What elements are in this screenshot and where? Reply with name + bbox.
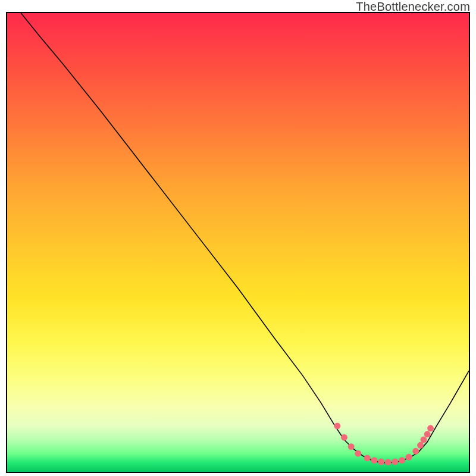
tolerance-marker-dot [371,457,377,464]
tolerance-marker-dot [385,459,392,465]
tolerance-marker-dot [399,457,405,464]
bottleneck-curve-line [21,13,469,463]
tolerance-marker-dot [406,454,412,461]
chart-container: TheBottlenecker.com [0,0,476,476]
tolerance-marker-dot [364,455,371,461]
plot-area [6,12,470,473]
tolerance-marker-dot [378,459,384,465]
tolerance-marker-dot [348,443,355,450]
tolerance-marker-dot [424,431,431,437]
plot-svg [7,13,469,472]
tolerance-marker-dot [392,459,398,465]
tolerance-marker-dot [355,450,361,457]
tolerance-marker-dot [334,422,340,429]
tolerance-marker-dot [341,434,347,441]
tolerance-marker-dot [420,437,427,443]
tolerance-marker-dot [427,425,434,431]
curve-path [21,13,469,463]
tolerance-marker-dot [412,448,419,455]
tolerance-marker-dot [417,442,424,449]
